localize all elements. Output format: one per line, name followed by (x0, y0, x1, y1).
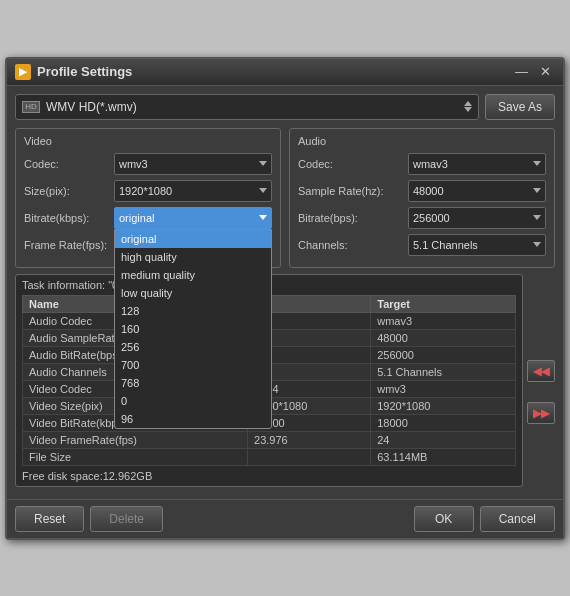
video-size-row: Size(pix): 1920*1080 (24, 180, 272, 202)
row-target: 63.114MB (371, 448, 516, 465)
video-size-arrow (259, 188, 267, 193)
video-codec-select[interactable]: wmv3 (114, 153, 272, 175)
row-target: 5.1 Channels (371, 363, 516, 380)
table-row: File Size 63.114MB (23, 448, 516, 465)
side-nav: ◀◀ ▶▶ (527, 274, 555, 491)
video-codec-row: Codec: wmv3 (24, 153, 272, 175)
title-bar: ▶ Profile Settings — ✕ (7, 59, 563, 86)
profile-arrows (464, 101, 472, 112)
video-bitrate-select[interactable]: original (114, 207, 272, 229)
video-bitrate-arrow (259, 215, 267, 220)
audio-channels-select[interactable]: 5.1 Channels (408, 234, 546, 256)
profile-select[interactable]: HD WMV HD(*.wmv) (15, 94, 479, 120)
audio-bitrate-row: Bitrate(bps): 256000 (298, 207, 546, 229)
col-target: Target (371, 295, 516, 312)
profile-settings-window: ▶ Profile Settings — ✕ HD WMV HD(*.wmv) … (5, 57, 565, 540)
disk-space: Free disk space:12.962GB (22, 470, 516, 482)
audio-panel: Audio Codec: wmav3 Sample Rate(hz): 4800… (289, 128, 555, 268)
row-target: 48000 (371, 329, 516, 346)
audio-panel-title: Audio (298, 135, 546, 147)
audio-codec-select[interactable]: wmav3 (408, 153, 546, 175)
window-icon: ▶ (15, 64, 31, 80)
row-target: 18000 (371, 414, 516, 431)
row-source (248, 448, 371, 465)
content-area: HD WMV HD(*.wmv) Save As Video Codec: wm… (7, 86, 563, 499)
dropdown-item-700[interactable]: 700 (115, 356, 271, 374)
row-target: wmv3 (371, 380, 516, 397)
dropdown-item-768[interactable]: 768 (115, 374, 271, 392)
next-icon: ▶▶ (533, 407, 549, 420)
audio-samplerate-select[interactable]: 48000 (408, 180, 546, 202)
profile-arrow-up (464, 101, 472, 106)
audio-channels-label: Channels: (298, 239, 408, 251)
dropdown-item-0[interactable]: 0 (115, 392, 271, 410)
row-target: wmav3 (371, 312, 516, 329)
video-framerate-label: Frame Rate(fps): (24, 239, 114, 251)
audio-codec-row: Codec: wmav3 (298, 153, 546, 175)
dropdown-item-low[interactable]: low quality (115, 284, 271, 302)
audio-codec-arrow (533, 161, 541, 166)
profile-icon: HD (22, 101, 40, 113)
row-target: 1920*1080 (371, 397, 516, 414)
row-name: Video FrameRate(fps) (23, 431, 248, 448)
next-button[interactable]: ▶▶ (527, 402, 555, 424)
main-area: Task information: "00 Name Target Audio (15, 274, 555, 491)
bottom-left-buttons: Reset Delete (15, 506, 163, 532)
dropdown-item-original[interactable]: original (115, 230, 271, 248)
video-panel: Video Codec: wmv3 Size(pix): 1920*1080 (15, 128, 281, 268)
dropdown-item-256[interactable]: 256 (115, 338, 271, 356)
profile-name: WMV HD(*.wmv) (46, 100, 464, 114)
video-panel-title: Video (24, 135, 272, 147)
minimize-button[interactable]: — (511, 64, 532, 79)
title-controls: — ✕ (511, 64, 555, 79)
video-bitrate-label: Bitrate(kbps): (24, 212, 114, 224)
profile-row: HD WMV HD(*.wmv) Save As (15, 94, 555, 120)
dropdown-item-128[interactable]: 128 (115, 302, 271, 320)
audio-bitrate-select[interactable]: 256000 (408, 207, 546, 229)
dropdown-item-96[interactable]: 96 (115, 410, 271, 428)
video-size-select[interactable]: 1920*1080 (114, 180, 272, 202)
dropdown-item-160[interactable]: 160 (115, 320, 271, 338)
window-title: Profile Settings (37, 64, 511, 79)
ok-button[interactable]: OK (414, 506, 474, 532)
audio-bitrate-arrow (533, 215, 541, 220)
video-bitrate-row: Bitrate(kbps): original original high qu… (24, 207, 272, 229)
dropdown-item-high[interactable]: high quality (115, 248, 271, 266)
audio-channels-arrow (533, 242, 541, 247)
video-codec-label: Codec: (24, 158, 114, 170)
audio-samplerate-arrow (533, 188, 541, 193)
row-name: File Size (23, 448, 248, 465)
delete-button[interactable]: Delete (90, 506, 163, 532)
panels: Video Codec: wmv3 Size(pix): 1920*1080 (15, 128, 555, 268)
video-codec-arrow (259, 161, 267, 166)
cancel-button[interactable]: Cancel (480, 506, 555, 532)
bottom-right-buttons: OK Cancel (414, 506, 555, 532)
audio-channels-row: Channels: 5.1 Channels (298, 234, 546, 256)
row-target: 24 (371, 431, 516, 448)
audio-samplerate-row: Sample Rate(hz): 48000 (298, 180, 546, 202)
prev-button[interactable]: ◀◀ (527, 360, 555, 382)
bitrate-dropdown: original high quality medium quality low… (114, 229, 272, 429)
prev-icon: ◀◀ (533, 365, 549, 378)
row-source: 23.976 (248, 431, 371, 448)
dropdown-item-medium[interactable]: medium quality (115, 266, 271, 284)
audio-codec-label: Codec: (298, 158, 408, 170)
close-button[interactable]: ✕ (536, 64, 555, 79)
audio-samplerate-label: Sample Rate(hz): (298, 185, 408, 197)
row-target: 256000 (371, 346, 516, 363)
bottom-bar: Reset Delete OK Cancel (7, 499, 563, 538)
audio-bitrate-label: Bitrate(bps): (298, 212, 408, 224)
table-row: Video FrameRate(fps) 23.976 24 (23, 431, 516, 448)
save-as-button[interactable]: Save As (485, 94, 555, 120)
video-size-label: Size(pix): (24, 185, 114, 197)
reset-button[interactable]: Reset (15, 506, 84, 532)
profile-arrow-down (464, 107, 472, 112)
